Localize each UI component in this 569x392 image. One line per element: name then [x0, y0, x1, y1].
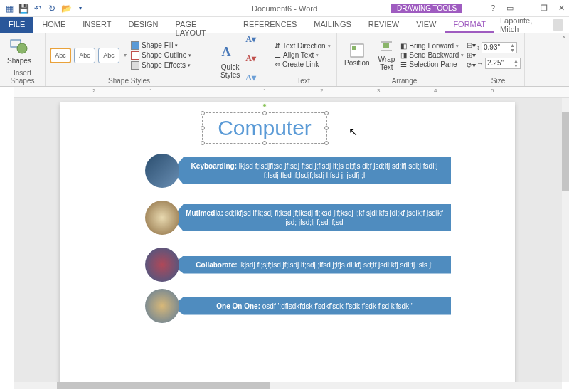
- tab-mailings[interactable]: MAILINGS: [305, 17, 360, 33]
- align-text-button[interactable]: ☰Align Text▾: [275, 51, 331, 59]
- create-link-button[interactable]: ⇔Create Link: [275, 60, 331, 68]
- word-icon: ▦: [4, 4, 14, 14]
- avatar-icon: [553, 19, 563, 31]
- height-input[interactable]: 0.93"▲▼: [482, 42, 517, 53]
- scrollbar-vertical[interactable]: [562, 98, 569, 382]
- group-label-arrange: Arrange: [341, 76, 467, 85]
- shape-style-1[interactable]: Abc: [50, 48, 71, 63]
- text-direction-icon: ⇵: [275, 42, 280, 50]
- quick-styles-button[interactable]: A Quick Styles: [218, 43, 243, 80]
- document-title: Document6 - Word: [252, 4, 317, 13]
- ribbon-options-icon[interactable]: ▭: [505, 4, 515, 14]
- restore-icon[interactable]: ❐: [539, 4, 549, 14]
- resize-handle[interactable]: [201, 141, 205, 145]
- scrollbar-thumb[interactable]: [57, 382, 270, 389]
- text-direction-button[interactable]: ⇵Text Direction▾: [275, 42, 331, 50]
- tab-file[interactable]: FILE: [0, 17, 33, 33]
- group-label-insert-shapes: Insert Shapes: [4, 68, 41, 85]
- undo-icon[interactable]: ↶: [33, 4, 43, 14]
- save-icon[interactable]: 💾: [18, 4, 28, 14]
- item-image-icon: [145, 289, 179, 323]
- wordart-selection[interactable]: Computer: [202, 112, 327, 144]
- wrap-text-button[interactable]: Wrap Text: [376, 38, 398, 73]
- tab-references[interactable]: REFERENCES: [235, 17, 305, 33]
- minimize-icon[interactable]: —: [522, 4, 532, 14]
- quick-access-toolbar: ▦ 💾 ↶ ↻ 📂 ▾: [0, 4, 85, 14]
- resize-handle[interactable]: [201, 126, 205, 130]
- ribbon-tabs: FILE HOME INSERT DESIGN PAGE LAYOUT REFE…: [0, 17, 569, 33]
- tab-format[interactable]: FORMAT: [445, 17, 494, 33]
- list-item[interactable]: Mutimedia: sd;lkfjsd lflk;sdj fl;ksd jf;…: [145, 201, 451, 235]
- send-backward-icon: ◨: [400, 51, 407, 59]
- wrap-text-icon: [379, 40, 393, 54]
- help-icon[interactable]: ?: [488, 4, 498, 14]
- height-icon: ↕: [477, 43, 480, 51]
- group-label-size: Size: [477, 76, 520, 85]
- resize-handle[interactable]: [262, 141, 267, 145]
- item-image-icon: [145, 201, 179, 235]
- send-backward-button[interactable]: ◨Send Backward▾: [400, 51, 464, 59]
- resize-handle[interactable]: [324, 111, 329, 115]
- wordart-text[interactable]: Computer: [218, 116, 312, 140]
- position-button[interactable]: Position: [341, 42, 373, 68]
- tab-view[interactable]: VIEW: [408, 17, 445, 33]
- redo-icon[interactable]: ↻: [47, 4, 57, 14]
- gallery-more-icon[interactable]: ▾: [122, 52, 128, 58]
- shape-style-3[interactable]: Abc: [98, 48, 119, 63]
- bring-forward-button[interactable]: ◧Bring Forward▾: [400, 42, 464, 50]
- wordart-a-icon: A: [222, 45, 239, 62]
- resize-handle[interactable]: [201, 111, 205, 115]
- user-name: Lapointe, Mitch: [500, 16, 550, 33]
- group-label-text: Text: [275, 76, 332, 85]
- shape-effects-button[interactable]: Shape Effects ▾: [131, 61, 191, 70]
- user-account[interactable]: Lapointe, Mitch: [494, 17, 569, 33]
- tab-insert[interactable]: INSERT: [74, 17, 119, 33]
- close-icon[interactable]: ✕: [556, 4, 566, 14]
- ruler-horizontal[interactable]: 2 1 1 2 3 4 5: [14, 87, 569, 98]
- ribbon: Shapes Insert Shapes Abc Abc Abc ▾ Shape…: [0, 33, 569, 87]
- scrollbar-horizontal[interactable]: [14, 382, 562, 389]
- list-item[interactable]: Keyboarding: lkjsd f;lsdjfl;sd jf;sdj f;…: [145, 154, 451, 188]
- bring-forward-icon: ◧: [400, 42, 407, 50]
- tab-home[interactable]: HOME: [33, 17, 74, 33]
- effects-icon: [131, 61, 139, 70]
- shape-fill-button[interactable]: Shape Fill ▾: [131, 41, 191, 50]
- item-image-icon: [145, 154, 179, 188]
- rotate-handle[interactable]: [262, 103, 267, 107]
- item-image-icon: [145, 248, 179, 282]
- contextual-tab-label: DRAWING TOOLS: [391, 4, 462, 13]
- open-icon[interactable]: 📂: [61, 4, 71, 14]
- document-area: 1 2 3 Computer ↖ Keyboarding: lkjsd f;ls…: [14, 98, 562, 382]
- group-label-shape-styles: Shape Styles: [50, 76, 208, 85]
- list-item[interactable]: One On One: osdf ';dflsdkfdsk f'sdkf'sdk…: [145, 289, 451, 323]
- svg-point-1: [17, 43, 27, 53]
- page[interactable]: Computer ↖ Keyboarding: lkjsd f;lsdjfl;s…: [60, 102, 515, 382]
- title-bar: ▦ 💾 ↶ ↻ 📂 ▾ Document6 - Word DRAWING TOO…: [0, 0, 569, 17]
- resize-handle[interactable]: [262, 111, 267, 115]
- outline-swatch-icon: [131, 51, 139, 60]
- svg-rect-3: [352, 46, 356, 50]
- selection-pane-button[interactable]: ☰Selection Pane: [400, 60, 464, 68]
- text-outline-icon[interactable]: A▾: [245, 53, 262, 70]
- resize-handle[interactable]: [324, 141, 329, 145]
- text-fill-icon[interactable]: A▾: [245, 34, 262, 51]
- position-icon: [350, 43, 364, 58]
- resize-handle[interactable]: [324, 126, 329, 130]
- selection-pane-icon: ☰: [400, 60, 407, 68]
- qat-dropdown-icon[interactable]: ▾: [75, 4, 85, 14]
- shapes-icon: [9, 38, 29, 55]
- shape-style-2[interactable]: Abc: [74, 48, 95, 63]
- align-text-icon: ☰: [275, 51, 281, 59]
- shape-outline-button[interactable]: Shape Outline ▾: [131, 51, 191, 60]
- tab-page-layout[interactable]: PAGE LAYOUT: [167, 17, 235, 33]
- list-item[interactable]: Collaborate: lkjsdj fl;sjf;lsd jf;lsdj l…: [145, 248, 451, 282]
- shapes-gallery-button[interactable]: Shapes: [4, 37, 34, 66]
- tab-review[interactable]: REVIEW: [360, 17, 408, 33]
- width-icon: ↔: [477, 59, 484, 67]
- tab-design[interactable]: DESIGN: [119, 17, 166, 33]
- fill-swatch-icon: [131, 41, 139, 50]
- width-input[interactable]: 2.25"▲▼: [485, 58, 521, 69]
- svg-rect-4: [383, 43, 389, 48]
- collapse-ribbon-icon[interactable]: ˄: [559, 33, 569, 86]
- scrollbar-thumb[interactable]: [562, 112, 569, 191]
